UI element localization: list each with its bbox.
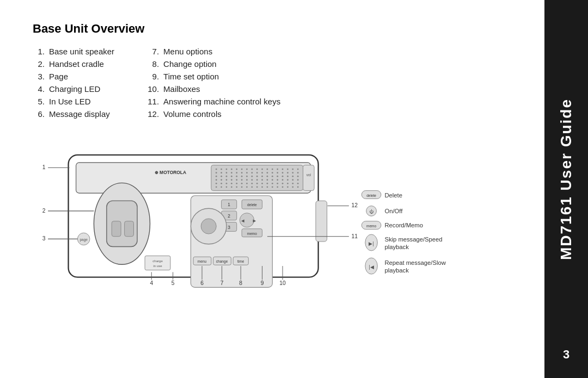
svg-text:Repeat message/Slow: Repeat message/Slow [384,259,446,266]
svg-text:delete: delete [247,203,257,207]
svg-point-77 [241,183,243,184]
svg-point-18 [287,169,289,170]
svg-point-60 [241,179,243,181]
svg-point-70 [292,179,293,181]
svg-point-99 [267,186,268,188]
svg-point-32 [272,172,273,173]
svg-text:in use: in use [153,264,162,268]
svg-text:menu: menu [198,259,207,263]
svg-point-27 [246,172,248,173]
svg-text:2: 2 [228,213,230,219]
svg-point-15 [272,169,273,170]
svg-point-67 [277,179,278,181]
svg-point-102 [282,186,284,188]
list-item: 11.Answering machine control keys [147,97,280,106]
list-item: 3.Page [33,72,114,81]
list-item: 12.Volume controls [147,109,280,119]
svg-point-10 [246,169,248,170]
svg-point-20 [297,169,299,170]
svg-point-29 [256,172,258,173]
svg-point-35 [287,172,289,173]
svg-point-82 [267,183,268,184]
svg-point-55 [216,179,217,181]
svg-point-5 [220,169,222,170]
svg-point-6 [226,169,228,170]
svg-point-94 [241,186,243,188]
svg-point-4 [216,169,217,170]
list-item: 4.Charging LED [33,84,114,94]
list-item: 6.Message display [33,109,114,119]
svg-point-14 [267,169,268,170]
svg-point-84 [277,183,278,184]
svg-text:10: 10 [279,280,286,286]
svg-point-39 [220,176,222,177]
svg-point-38 [216,176,217,177]
svg-point-98 [261,186,263,188]
svg-text:◄: ◄ [240,218,245,224]
svg-point-46 [256,176,258,177]
svg-text:⏻: ⏻ [370,209,373,214]
svg-point-95 [246,186,248,188]
svg-rect-110 [112,221,121,237]
svg-text:7: 7 [220,280,224,286]
svg-point-81 [261,183,263,184]
list-item: 8.Change option [147,59,280,69]
list-item: 9.Time set option [147,72,280,81]
page-number: 3 [563,348,569,362]
svg-point-36 [292,172,293,173]
svg-point-68 [282,179,284,181]
svg-text:11: 11 [352,233,358,239]
svg-point-53 [292,176,293,177]
svg-point-75 [231,183,232,184]
svg-point-65 [267,179,268,181]
svg-point-61 [246,179,248,181]
svg-text:4: 4 [150,280,153,286]
main-content: Base Unit Overview 1.Base unit speaker2.… [0,0,544,378]
svg-point-89 [216,186,217,188]
sidebar: MD7161 User Guide 3 [544,0,588,378]
list-item: 1.Base unit speaker [33,47,114,56]
page-title: Base Unit Overview [33,22,517,36]
svg-text:►: ► [252,218,257,224]
svg-point-64 [261,179,263,181]
svg-point-101 [277,186,278,188]
svg-point-100 [272,186,273,188]
svg-point-92 [231,186,232,188]
svg-point-105 [297,186,299,188]
svg-point-42 [236,176,237,177]
svg-text:time: time [237,259,244,263]
svg-point-93 [236,186,237,188]
svg-text:Delete: Delete [384,192,402,199]
svg-point-103 [287,186,289,188]
svg-text:3: 3 [42,236,46,241]
svg-point-88 [297,183,299,184]
svg-point-56 [220,179,222,181]
svg-point-73 [220,183,222,184]
diagram-svg: ⊕ MOTOROLA vol [33,134,517,319]
svg-point-69 [287,179,289,181]
list-item: 5.In Use LED [33,97,114,106]
svg-point-62 [251,179,253,181]
svg-point-13 [261,169,263,170]
svg-point-76 [236,183,237,184]
svg-point-66 [272,179,273,181]
svg-point-51 [282,176,284,177]
svg-text:5: 5 [171,280,175,286]
svg-point-40 [226,176,228,177]
svg-point-91 [226,186,228,188]
svg-point-52 [287,176,289,177]
svg-text:⊕ MOTOROLA: ⊕ MOTOROLA [155,170,186,175]
svg-text:charge: charge [152,259,163,263]
svg-point-16 [277,169,278,170]
svg-point-90 [220,186,222,188]
svg-point-31 [267,172,268,173]
svg-point-9 [241,169,243,170]
svg-point-30 [261,172,263,173]
svg-point-59 [236,179,237,181]
svg-rect-106 [303,165,315,191]
svg-text:memo: memo [247,232,258,236]
svg-point-23 [226,172,228,173]
svg-point-24 [231,172,232,173]
svg-rect-139 [316,201,327,241]
list-item: 10.Mailboxes [147,84,280,94]
